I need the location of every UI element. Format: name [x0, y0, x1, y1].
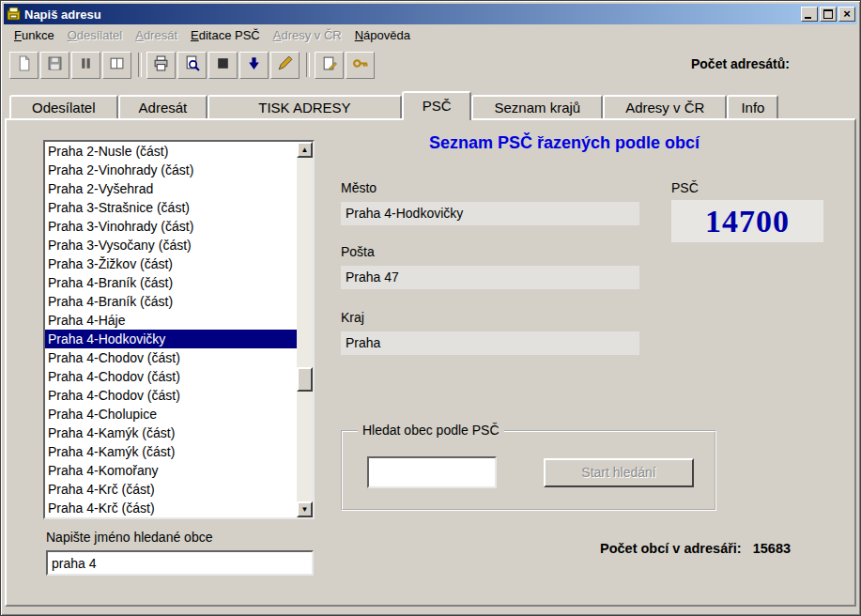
vertical-scrollbar[interactable]: ▲ ▼: [297, 142, 313, 517]
list-item[interactable]: Praha 3-Strašnice (část): [45, 198, 297, 217]
obce-count-line: Počet obcí v adresáři:15683: [600, 541, 791, 556]
list-item[interactable]: Praha 4-Chodov (část): [45, 367, 297, 386]
psc-tab-panel: Praha 2-Nusle (část)Praha 2-Vinohrady (č…: [5, 118, 856, 607]
obce-listbox: Praha 2-Nusle (část)Praha 2-Vinohrady (č…: [43, 140, 315, 519]
mesto-label: Město: [341, 180, 377, 195]
new-document-icon: [16, 55, 32, 75]
tab-seznam-kraj[interactable]: Seznam krajů: [471, 95, 603, 118]
menu-bar: FunkceOdesílatelAdresátEditace PSČAdresy…: [4, 25, 857, 45]
list-item[interactable]: Praha 4-Hodkovičky: [45, 330, 297, 348]
kraj-label: Kraj: [341, 310, 364, 325]
list-item[interactable]: Praha 4-Chodov (část): [45, 386, 297, 405]
start-hledani-button[interactable]: Start hledání: [544, 458, 694, 487]
scroll-up-icon: ▲: [301, 146, 309, 154]
title-bar[interactable]: Napiš adresu ×: [4, 4, 857, 24]
tab-strip: OdesílatelAdresátTISK ADRESYPSČSeznam kr…: [9, 91, 778, 120]
save-button[interactable]: [40, 52, 69, 79]
menu-item-odes-latel[interactable]: Odesílatel: [61, 26, 130, 44]
down-arrow-button[interactable]: [239, 52, 269, 79]
tab-info[interactable]: Info: [727, 95, 778, 118]
list-item[interactable]: Praha 3-Žižkov (část): [45, 254, 297, 273]
list-item[interactable]: Praha 2-Vinohrady (část): [45, 161, 297, 179]
maximize-icon: [823, 9, 833, 19]
menu-item-funkce[interactable]: Funkce: [8, 26, 61, 44]
search-obce-input[interactable]: [46, 550, 314, 576]
tab-ps[interactable]: PSČ: [402, 91, 472, 120]
key-icon: [352, 55, 368, 75]
list-item[interactable]: Praha 4-Chodov (část): [45, 348, 297, 367]
pause-button[interactable]: [71, 52, 100, 79]
psc-search-input[interactable]: [367, 456, 497, 488]
new-document-button[interactable]: [9, 52, 38, 79]
list-item[interactable]: Praha 4-Braník (část): [45, 273, 297, 292]
close-icon: ×: [843, 8, 851, 20]
scrollbar-track[interactable]: [297, 158, 313, 501]
hledat-psc-group-title: Hledat obec podle PSČ: [358, 423, 504, 438]
obce-count-value: 15683: [753, 541, 791, 556]
list-item[interactable]: Praha 4-Kamýk (část): [45, 424, 297, 442]
pen-icon: [277, 55, 293, 75]
menu-item-adresy-v-r[interactable]: Adresy v ČR: [267, 26, 348, 44]
scroll-down-button[interactable]: ▼: [297, 501, 313, 517]
list-item[interactable]: Praha 4-Cholupice: [45, 405, 297, 424]
list-item[interactable]: Praha 4-Krč (část): [45, 499, 297, 517]
tab-odes-latel[interactable]: Odesílatel: [9, 95, 118, 118]
list-item[interactable]: Praha 2-Vyšehrad: [45, 179, 297, 198]
tab-tisk-adresy[interactable]: TISK ADRESY: [208, 95, 401, 118]
search-obce-label: Napište jméno hledané obce: [46, 530, 212, 545]
posta-value: Praha 47: [341, 266, 639, 289]
mesto-value: Praha 4-Hodkovičky: [341, 202, 639, 225]
stop-button[interactable]: [208, 52, 238, 79]
columns-button[interactable]: [102, 52, 131, 79]
list-item[interactable]: Praha 4-Kamýk (část): [45, 442, 297, 461]
pause-icon: [78, 55, 94, 75]
list-item[interactable]: Praha 3-Vysočany (část): [45, 236, 297, 254]
stop-icon: [215, 55, 231, 75]
menu-item-adres-t[interactable]: Adresát: [129, 26, 184, 44]
kraj-value: Praha: [341, 331, 639, 355]
close-button[interactable]: ×: [838, 7, 855, 22]
maximize-button[interactable]: [820, 7, 837, 22]
minimize-button[interactable]: [801, 7, 818, 22]
psc-label: PSČ: [671, 180, 699, 195]
hledat-psc-groupbox: Hledat obec podle PSČ Start hledání: [341, 430, 716, 511]
psc-value: 14700: [671, 200, 823, 242]
window-title: Napiš adresu: [24, 8, 799, 22]
menu-item-n-pov-da[interactable]: Nápověda: [348, 26, 417, 44]
list-item[interactable]: Praha 4-Krč (část): [45, 480, 297, 499]
obce-count-label: Počet obcí v adresáři:: [600, 541, 742, 556]
print-button[interactable]: [146, 52, 176, 79]
key-button[interactable]: [346, 52, 375, 79]
scroll-down-icon: ▼: [301, 505, 309, 514]
app-window: Napiš adresu × FunkceOdesílatelAdresátEd…: [0, 0, 861, 616]
save-icon: [47, 55, 63, 75]
list-item[interactable]: Praha 4-Braník (část): [45, 292, 297, 311]
minimize-icon: [805, 17, 811, 19]
down-arrow-icon: [246, 55, 262, 75]
app-icon: [7, 7, 22, 22]
pen-button[interactable]: [270, 52, 300, 79]
posta-label: Pošta: [341, 244, 375, 259]
tab-adresy-v-r[interactable]: Adresy v ČR: [603, 95, 727, 118]
note-button[interactable]: [315, 52, 344, 79]
print-preview-icon: [184, 55, 200, 75]
note-icon: [321, 55, 337, 75]
list-item[interactable]: Praha 2-Nusle (část): [45, 142, 297, 161]
adresati-count-label: Počet adresátů:: [691, 56, 790, 71]
toolbar: Počet adresátů:: [4, 45, 857, 85]
obce-list: Praha 2-Nusle (část)Praha 2-Vinohrady (č…: [45, 142, 297, 517]
toolbar-separator: [306, 53, 310, 77]
psc-heading: Seznam PSČ řazených podle obcí: [311, 133, 818, 153]
print-icon: [153, 55, 169, 75]
scrollbar-thumb[interactable]: [297, 367, 313, 392]
list-item[interactable]: Praha 4-Háje: [45, 311, 297, 330]
columns-icon: [109, 55, 125, 75]
menu-item-editace-ps[interactable]: Editace PSČ: [184, 26, 267, 44]
list-item[interactable]: Praha 4-Komořany: [45, 461, 297, 480]
print-preview-button[interactable]: [177, 52, 207, 79]
tab-adres-t[interactable]: Adresát: [118, 95, 208, 118]
toolbar-separator: [138, 53, 142, 77]
list-item[interactable]: Praha 3-Vinohrady (část): [45, 217, 297, 236]
